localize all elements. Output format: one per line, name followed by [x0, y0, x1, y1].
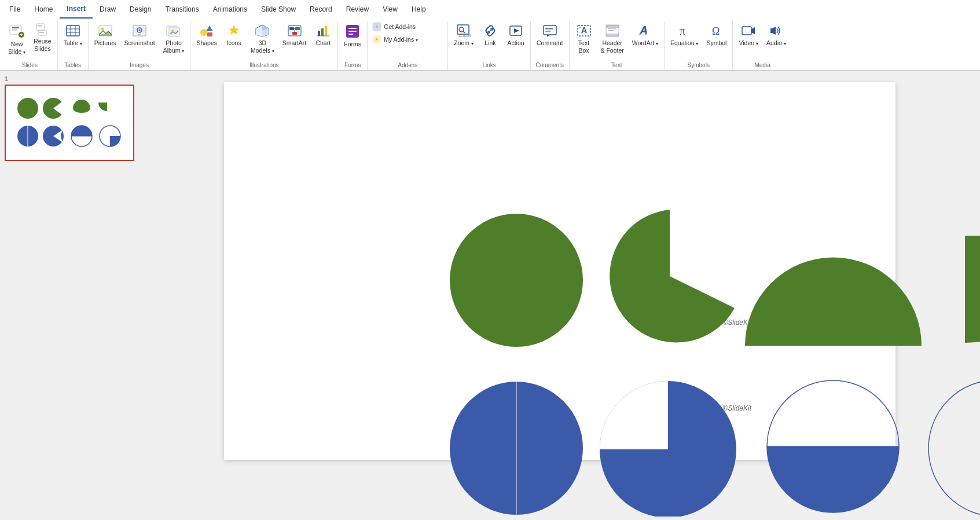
new-slide-icon	[9, 23, 25, 39]
3d-models-button[interactable]: 3DModels ▾	[247, 21, 278, 56]
get-addins-icon: +	[372, 22, 381, 31]
blue-full-circle[interactable]	[449, 380, 585, 517]
ribbon-group-media: Video ▾ Audio ▾ Media	[733, 21, 791, 70]
blue-pacman[interactable]	[597, 379, 739, 517]
reuse-slides-button[interactable]: ReuseSlides	[30, 21, 54, 54]
zoom-button[interactable]: ZOOM Zoom ▾	[450, 21, 477, 49]
reuse-slides-label: ReuseSlides	[34, 38, 51, 52]
smartart-label: SmartArt	[282, 39, 306, 47]
thumb-content	[8, 88, 131, 158]
symbol-button[interactable]: Ω Symbol	[703, 21, 730, 49]
header-footer-button[interactable]: Header& Footer	[597, 21, 627, 56]
comment-button[interactable]: Comment	[533, 21, 567, 49]
video-label: Video ▾	[739, 39, 758, 47]
blue-quarter-outline[interactable]	[927, 379, 981, 517]
audio-label: Audio ▾	[766, 39, 786, 47]
screenshot-button[interactable]: Screenshot	[121, 21, 159, 49]
link-label: Link	[485, 39, 495, 47]
tab-transitions[interactable]: Transitions	[158, 0, 205, 19]
link-icon	[483, 23, 498, 38]
svg-text:A: A	[581, 25, 586, 35]
canvas-area: ©SlideKit ©SlideKit	[139, 71, 980, 517]
table-button[interactable]: Table ▾	[60, 21, 86, 49]
link-button[interactable]: Link	[478, 21, 502, 49]
svg-point-79	[17, 98, 38, 119]
ribbon-group-tables: Table ▾ Tables	[58, 21, 89, 70]
blue-half-outline[interactable]	[765, 379, 901, 515]
action-label: Action	[507, 39, 524, 47]
svg-point-94	[928, 380, 981, 517]
my-addins-label: My Add-ins ▾	[384, 36, 418, 43]
svg-marker-76	[751, 27, 755, 34]
tab-review[interactable]: Review	[339, 0, 376, 19]
svg-rect-8	[38, 25, 42, 27]
tab-record[interactable]: Record	[303, 0, 339, 19]
ribbon: File Home Insert Draw Design Transitions…	[0, 0, 980, 71]
shapes-button[interactable]: Shapes	[193, 21, 221, 49]
ribbon-group-comments: Comment Comments	[531, 21, 570, 70]
tab-design[interactable]: Design	[123, 0, 158, 19]
equation-icon: π	[677, 23, 692, 38]
tab-help[interactable]: Help	[405, 0, 433, 19]
equation-button[interactable]: π Equation ▾	[667, 21, 702, 49]
comment-icon	[542, 23, 557, 38]
tab-draw[interactable]: Draw	[93, 0, 123, 19]
symbols-group-label: Symbols	[667, 60, 730, 70]
svg-marker-27	[206, 25, 213, 31]
svg-rect-67	[606, 25, 619, 28]
tab-slideshow[interactable]: Slide Show	[254, 0, 303, 19]
my-addins-button[interactable]: My Add-ins ▾	[370, 34, 445, 45]
green-pacman[interactable]	[600, 207, 739, 346]
tab-view[interactable]: View	[376, 0, 405, 19]
green-half-dome[interactable]	[745, 256, 922, 349]
new-slide-button[interactable]: NewSlide ▾	[5, 21, 29, 57]
my-addins-icon	[372, 35, 381, 44]
forms-button[interactable]: Forms	[340, 21, 365, 50]
svg-point-21	[139, 30, 141, 31]
smartart-button[interactable]: SmartArt	[279, 21, 310, 49]
text-box-button[interactable]: A TextBox	[572, 21, 596, 56]
svg-rect-28	[207, 32, 212, 36]
3d-models-label: 3DModels ▾	[251, 39, 274, 54]
chart-label: Chart	[315, 39, 331, 47]
illustrations-group-label: Illustrations	[193, 60, 335, 70]
tab-home[interactable]: Home	[27, 0, 60, 19]
get-addins-button[interactable]: + Get Add-ins	[370, 21, 445, 32]
svg-rect-37	[292, 32, 297, 35]
icons-button[interactable]: Icons	[222, 21, 246, 49]
tab-insert[interactable]: Insert	[60, 0, 93, 19]
svg-marker-60	[547, 35, 550, 37]
chart-button[interactable]: Chart	[311, 21, 335, 49]
tables-group-label: Tables	[60, 60, 86, 70]
svg-rect-5	[21, 34, 22, 36]
chart-icon	[315, 23, 331, 38]
svg-marker-29	[229, 25, 239, 35]
main-area: 1	[0, 71, 980, 517]
svg-rect-7	[38, 31, 46, 35]
equation-label: Equation ▾	[670, 39, 698, 47]
photo-album-button[interactable]: PhotoAlbum ▾	[160, 21, 188, 56]
svg-rect-2	[12, 30, 17, 31]
video-button[interactable]: Video ▾	[735, 21, 762, 49]
pictures-button[interactable]: Pictures	[91, 21, 120, 49]
text-box-label: TextBox	[578, 39, 589, 54]
video-icon	[741, 23, 756, 38]
svg-rect-75	[742, 27, 751, 35]
ribbon-group-slides: NewSlide ▾ ReuseSlides Slides	[2, 21, 58, 70]
action-button[interactable]: Action	[504, 21, 528, 49]
ribbon-group-forms: Forms Forms	[338, 21, 368, 70]
ribbon-group-links: ZOOM Zoom ▾ Link	[448, 21, 531, 70]
tab-file[interactable]: File	[2, 0, 27, 19]
wordart-button[interactable]: A A WordArt ▾	[629, 21, 662, 49]
green-quarter[interactable]	[965, 236, 981, 343]
links-group-label: Links	[450, 60, 528, 70]
svg-rect-62	[545, 31, 551, 32]
images-group-label: Images	[91, 60, 188, 70]
tab-animations[interactable]: Animations	[206, 0, 254, 19]
comment-label: Comment	[537, 39, 563, 47]
green-full-circle[interactable]	[449, 213, 585, 349]
slide-thumbnail[interactable]	[5, 85, 134, 161]
audio-button[interactable]: Audio ▾	[763, 21, 790, 49]
screenshot-label: Screenshot	[124, 39, 155, 47]
symbol-icon: Ω	[709, 23, 724, 38]
